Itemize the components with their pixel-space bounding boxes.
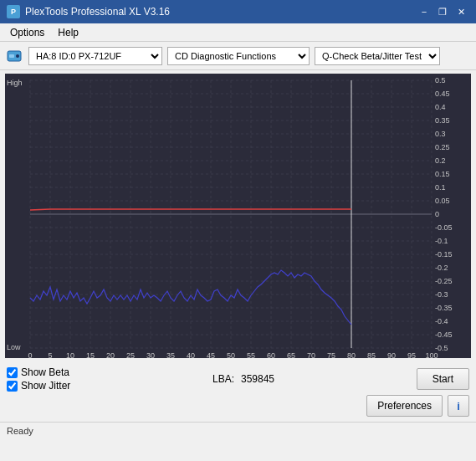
bottom-panel: Show Beta Show Jitter LBA: 359845 Start … [0, 361, 476, 422]
lba-label: LBA: [212, 373, 234, 385]
window-controls[interactable]: − ❐ ✕ [416, 4, 469, 19]
svg-text:45: 45 [207, 351, 215, 358]
window-title: PlexTools Professional XL V3.16 [25, 6, 170, 18]
svg-text:100: 100 [425, 351, 438, 358]
lba-area: LBA: 359845 [212, 373, 274, 385]
svg-text:75: 75 [327, 351, 335, 358]
svg-text:-0.05: -0.05 [435, 223, 453, 232]
lba-value: 359845 [241, 373, 274, 385]
svg-text:0.5: 0.5 [435, 76, 446, 85]
show-jitter-checkbox[interactable] [7, 381, 18, 392]
svg-text:-0.4: -0.4 [435, 317, 448, 325]
svg-text:-0.25: -0.25 [435, 277, 453, 285]
status-text: Ready [7, 426, 33, 436]
svg-text:0.3: 0.3 [435, 130, 446, 138]
svg-text:-0.15: -0.15 [435, 250, 453, 259]
status-bar: Ready [0, 422, 476, 438]
svg-text:70: 70 [307, 351, 315, 358]
svg-text:0.2: 0.2 [435, 156, 446, 165]
svg-text:10: 10 [66, 351, 74, 358]
restore-button[interactable]: ❐ [434, 4, 451, 19]
show-beta-label: Show Beta [21, 366, 69, 378]
menu-options[interactable]: Options [5, 25, 49, 39]
svg-text:55: 55 [247, 351, 255, 358]
svg-text:15: 15 [86, 351, 95, 358]
svg-text:85: 85 [367, 351, 376, 358]
svg-text:5: 5 [48, 351, 52, 358]
drive-icon [5, 47, 23, 65]
svg-text:0: 0 [28, 351, 32, 358]
svg-text:65: 65 [287, 351, 295, 358]
svg-text:-0.1: -0.1 [435, 237, 448, 245]
bottom-row1: Show Beta Show Jitter LBA: 359845 Start [7, 366, 469, 392]
show-beta-row: Show Beta [7, 366, 70, 378]
title-bar-left: P PlexTools Professional XL V3.16 [7, 5, 170, 18]
svg-text:0.35: 0.35 [435, 116, 450, 125]
svg-text:0.05: 0.05 [435, 197, 450, 205]
svg-text:0.1: 0.1 [435, 183, 446, 192]
svg-rect-2 [9, 54, 14, 58]
svg-text:60: 60 [267, 351, 275, 358]
svg-text:-0.35: -0.35 [435, 304, 453, 312]
svg-text:-0.2: -0.2 [435, 264, 448, 272]
show-beta-checkbox[interactable] [7, 367, 18, 378]
svg-text:40: 40 [187, 351, 195, 358]
minimize-button[interactable]: − [416, 4, 432, 19]
svg-rect-3 [5, 74, 471, 358]
svg-text:25: 25 [126, 351, 135, 358]
svg-text:0: 0 [435, 210, 439, 218]
svg-text:80: 80 [347, 351, 356, 358]
svg-text:-0.3: -0.3 [435, 290, 448, 299]
svg-text:High: High [7, 79, 23, 87]
menu-bar: Options Help [0, 23, 476, 42]
close-button[interactable]: ✕ [453, 4, 469, 19]
test-select[interactable]: Q-Check Beta/Jitter Test [315, 47, 440, 65]
svg-text:90: 90 [387, 351, 396, 358]
svg-text:0.4: 0.4 [435, 103, 446, 111]
start-button[interactable]: Start [417, 368, 469, 390]
svg-text:0.45: 0.45 [435, 90, 450, 98]
title-bar: P PlexTools Professional XL V3.16 − ❐ ✕ [0, 0, 476, 23]
svg-text:35: 35 [166, 351, 175, 358]
app-icon: P [7, 5, 20, 18]
toolbar: HA:8 ID:0 PX-712UF CD Diagnostic Functio… [0, 42, 476, 70]
show-jitter-row: Show Jitter [7, 380, 70, 392]
preferences-button[interactable]: Preferences [366, 395, 443, 417]
chart-svg: 0.5 0.45 0.4 0.35 0.3 0.25 0.2 0.15 0.1 … [5, 74, 471, 358]
show-jitter-label: Show Jitter [21, 380, 70, 392]
info-icon: i [457, 400, 460, 412]
svg-text:95: 95 [407, 351, 416, 358]
checkboxes: Show Beta Show Jitter [7, 366, 70, 392]
svg-text:20: 20 [106, 351, 115, 358]
svg-text:0.25: 0.25 [435, 143, 450, 151]
svg-point-1 [16, 54, 19, 58]
svg-text:-0.45: -0.45 [435, 330, 453, 339]
drive-select[interactable]: HA:8 ID:0 PX-712UF [28, 47, 162, 65]
svg-text:Low: Low [7, 343, 21, 351]
chart-area: 0.5 0.45 0.4 0.35 0.3 0.25 0.2 0.15 0.1 … [5, 74, 471, 358]
svg-text:0.15: 0.15 [435, 170, 450, 178]
info-button[interactable]: i [448, 395, 469, 417]
menu-help[interactable]: Help [53, 25, 84, 39]
svg-text:30: 30 [146, 351, 155, 358]
svg-text:50: 50 [227, 351, 235, 358]
function-select[interactable]: CD Diagnostic Functions [167, 47, 310, 65]
bottom-row2: Preferences i [7, 395, 469, 417]
